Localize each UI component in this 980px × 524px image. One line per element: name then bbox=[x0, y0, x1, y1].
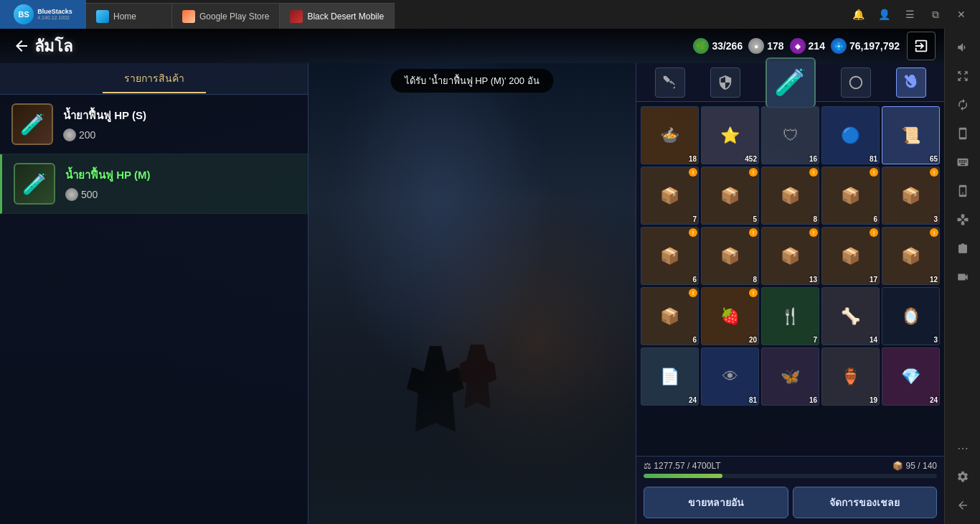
slot-count: 17 bbox=[870, 276, 877, 284]
inv-slot-18[interactable]: 🍴7 bbox=[761, 287, 819, 345]
filter-center-potion[interactable]: 🧪 bbox=[765, 57, 816, 108]
slot-count: 8 bbox=[813, 215, 817, 223]
slot-count: 452 bbox=[745, 155, 757, 163]
inv-slot-5[interactable]: 📜65 bbox=[882, 106, 940, 164]
logo-circle: BS bbox=[14, 4, 34, 24]
hp-m-price: 500 bbox=[65, 188, 296, 201]
phone-btn[interactable] bbox=[950, 178, 976, 204]
notification-text: ได้รับ 'น้ำยาฟื้นฟู HP (M)' 200 อัน bbox=[405, 75, 539, 86]
inv-slot-6[interactable]: 📦!7 bbox=[641, 167, 699, 225]
filter-ring-btn[interactable] bbox=[841, 67, 871, 98]
hp-s-icon: 🧪 bbox=[11, 103, 53, 145]
inv-slot-11[interactable]: 📦!6 bbox=[641, 227, 699, 285]
filter-weapons-btn[interactable] bbox=[655, 67, 685, 98]
weight-max: 4700LT bbox=[692, 461, 721, 471]
game-scene: ได้รับ 'น้ำยาฟื้นฟู HP (M)' 200 อัน bbox=[308, 63, 636, 524]
inv-slot-19[interactable]: 🦴14 bbox=[821, 287, 880, 345]
account-btn[interactable]: 👤 bbox=[874, 4, 894, 24]
inv-slot-22[interactable]: 👁81 bbox=[701, 347, 759, 406]
inv-slot-4[interactable]: 🔵81 bbox=[821, 106, 880, 164]
warn-icon: ! bbox=[930, 168, 938, 177]
silver-value: 178 bbox=[767, 40, 783, 52]
inv-slot-10[interactable]: 📦!3 bbox=[882, 167, 940, 225]
tab-google-play[interactable]: Google Play Store bbox=[172, 3, 280, 29]
more-btn[interactable]: ⋯ bbox=[950, 435, 976, 461]
inv-slot-15[interactable]: 📦!12 bbox=[882, 227, 940, 285]
warn-icon: ! bbox=[749, 289, 758, 297]
sell-multiple-btn[interactable]: ขายหลายอัน bbox=[644, 487, 788, 518]
filter-armor-btn[interactable] bbox=[710, 67, 740, 98]
inv-slot-21[interactable]: 📄24 bbox=[641, 347, 699, 406]
manage-btn[interactable]: จัดการของเชลย bbox=[793, 487, 938, 518]
back-nav-btn[interactable] bbox=[950, 492, 976, 518]
fullscreen-btn[interactable] bbox=[950, 63, 976, 89]
inv-slot-13[interactable]: 📦!13 bbox=[761, 227, 819, 285]
warn-icon: ! bbox=[749, 168, 758, 177]
hud-stamina: 🌿 33/266 bbox=[693, 38, 743, 54]
gamepad-btn[interactable] bbox=[950, 207, 976, 233]
inv-slot-1[interactable]: 🍲18 bbox=[641, 106, 699, 164]
tab-product-list[interactable]: รายการสินค้า bbox=[103, 65, 206, 93]
hp-m-info: น้ำยาฟื้นฟู HP (M) 500 bbox=[65, 167, 296, 201]
tab-black-desert[interactable]: Black Desert Mobile bbox=[280, 3, 395, 29]
inv-slot-9[interactable]: 📦!6 bbox=[821, 167, 880, 225]
hud-blue-currency: 💠 76,197,792 bbox=[831, 38, 900, 54]
shop-item-hp-s[interactable]: 🧪 น้ำยาฟื้นฟู HP (S) 200 bbox=[0, 95, 308, 154]
warn-icon: ! bbox=[689, 168, 697, 177]
slot-count: 20 bbox=[749, 336, 757, 344]
filter-items-btn[interactable] bbox=[896, 67, 926, 98]
warn-icon: ! bbox=[689, 289, 697, 297]
tab-home[interactable]: Home bbox=[86, 3, 172, 29]
inv-slot-20[interactable]: 🪞3 bbox=[882, 287, 940, 345]
slot-count: 24 bbox=[930, 396, 938, 404]
inv-slot-17[interactable]: 🍓!20 bbox=[701, 287, 759, 345]
inv-slot-8[interactable]: 📦!8 bbox=[761, 167, 819, 225]
hp-m-name: น้ำยาฟื้นฟู HP (M) bbox=[65, 167, 296, 184]
hp-m-icon: 🧪 bbox=[14, 163, 55, 205]
weight-info: ⚖ 1277.57 / 4700LT 📦 95 / 140 bbox=[644, 461, 937, 471]
inv-slot-3[interactable]: 🛡16 bbox=[761, 106, 819, 164]
settings-btn[interactable] bbox=[950, 464, 976, 490]
slots-max: 140 bbox=[923, 461, 937, 471]
keyboard-btn[interactable] bbox=[950, 149, 976, 175]
inv-slot-14[interactable]: 📦!17 bbox=[821, 227, 880, 285]
inv-slot-23[interactable]: 🦋16 bbox=[761, 347, 819, 406]
titlebar: BS BlueStacks 4.140.12.1002 Home Google … bbox=[0, 0, 980, 29]
camera-btn[interactable] bbox=[950, 235, 976, 261]
tab-home-label: Home bbox=[113, 11, 136, 22]
back-game-btn[interactable] bbox=[9, 33, 34, 59]
menu-btn[interactable]: ☰ bbox=[900, 4, 920, 24]
shop-item-hp-m[interactable]: 🧪 น้ำยาฟื้นฟู HP (M) 500 bbox=[0, 154, 308, 214]
slot-count: 81 bbox=[749, 396, 757, 404]
stamina-value: 33/266 bbox=[712, 40, 743, 52]
bdm-tab-icon bbox=[290, 10, 303, 23]
record-btn[interactable] bbox=[950, 264, 976, 290]
game-area: ลัมโล 🌿 33/266 ● 178 ◆ 214 💠 76,197,792 bbox=[0, 29, 944, 524]
slot-count: 65 bbox=[930, 155, 938, 163]
hud-silver: ● 178 bbox=[748, 38, 783, 54]
tab-product-label: รายการสินค้า bbox=[124, 72, 184, 84]
inv-slot-12[interactable]: 📦!8 bbox=[701, 227, 759, 285]
hp-s-price: 200 bbox=[63, 128, 296, 141]
rotate-btn[interactable] bbox=[950, 92, 976, 118]
hp-s-name: น้ำยาฟื้นฟู HP (S) bbox=[63, 107, 296, 124]
inv-slot-2[interactable]: ⭐452 bbox=[701, 106, 759, 164]
inv-slot-24[interactable]: 🏺19 bbox=[821, 347, 880, 406]
inv-slot-7[interactable]: 📦!5 bbox=[701, 167, 759, 225]
bluestacks-logo: BS BlueStacks 4.140.12.1002 bbox=[0, 0, 86, 29]
notification-bar: ได้รับ 'น้ำยาฟื้นฟู HP (M)' 200 อัน bbox=[390, 69, 553, 93]
inv-slot-25[interactable]: 💎24 bbox=[882, 347, 940, 406]
logo-version: 4.140.12.1002 bbox=[37, 15, 72, 20]
close-btn[interactable]: ✕ bbox=[951, 4, 971, 24]
restore-btn[interactable]: ⧉ bbox=[925, 4, 946, 24]
shake-btn[interactable] bbox=[950, 121, 976, 146]
page-title: ลัมโล bbox=[34, 34, 72, 59]
slot-count: 13 bbox=[809, 276, 817, 284]
exit-btn[interactable] bbox=[907, 32, 936, 60]
blue-value: 76,197,792 bbox=[849, 40, 900, 52]
weight-current: 1277.57 bbox=[654, 461, 684, 471]
volume-btn[interactable] bbox=[950, 34, 976, 60]
inv-slot-16[interactable]: 📦!6 bbox=[641, 287, 699, 345]
slot-count: 24 bbox=[689, 396, 697, 404]
notification-btn[interactable]: 🔔 bbox=[848, 4, 868, 24]
